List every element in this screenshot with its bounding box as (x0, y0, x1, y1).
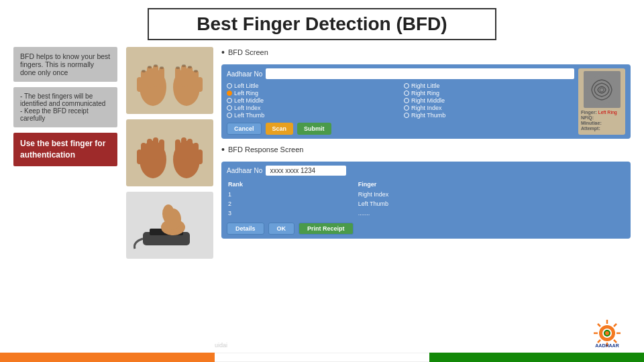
fp-minutiae-row: Minutiae: (581, 121, 623, 125)
radio-left-thumb[interactable]: Left Thumb (227, 112, 397, 119)
svg-rect-23 (153, 137, 158, 160)
svg-rect-4 (159, 67, 164, 87)
radio-right-index[interactable]: Right Index (404, 105, 574, 111)
svg-rect-30 (175, 139, 180, 160)
submit-button[interactable]: Submit (297, 123, 331, 135)
radio-label-left-thumb: Left Thumb (234, 112, 264, 119)
table-row: 3 ....... (228, 209, 624, 217)
svg-line-46 (614, 324, 616, 326)
watermark: uidai (215, 342, 227, 349)
radio-left-index[interactable]: Left Index (227, 105, 397, 111)
fp-attempt-label: Attempt: (581, 126, 600, 131)
info-text-2b: - Keep the BFD receipt carefully (20, 107, 111, 122)
radio-right-middle[interactable]: Right Middle (404, 97, 574, 104)
radio-label-right-ring: Right Ring (411, 90, 439, 97)
radio-label-left-middle: Left Middle (234, 97, 264, 104)
finger-3: ....... (358, 209, 624, 217)
rank-table: Rank Finger 1 Right Index 2 Left Thumb 3 (227, 180, 625, 219)
fp-info-block: Finger: Left Ring NFIQ: Minutiae: At (581, 110, 623, 131)
info-text-1: BFD helps to know your best fingers. Thi… (20, 52, 110, 76)
bfd-action-buttons: Cancel Scan Submit (227, 123, 574, 135)
info-box-2: - The best fingers will be identified an… (13, 87, 117, 127)
radio-label-right-index: Right Index (411, 105, 442, 111)
svg-line-45 (614, 340, 616, 343)
radio-circle-left-thumb (227, 113, 232, 118)
radio-label-right-little: Right Little (411, 82, 440, 89)
radio-left-middle[interactable]: Left Middle (227, 97, 397, 104)
ok-button[interactable]: OK (268, 223, 295, 235)
fp-finger-value: Left Ring (598, 110, 617, 115)
radio-circle-left-middle (227, 98, 232, 103)
hands-back-svg (133, 123, 207, 183)
right-column: BFD Screen Aadhaar No Left Little (221, 47, 631, 342)
finger-1: Right Index (358, 190, 624, 198)
bfd-response-label: BFD Response Screen (221, 144, 631, 155)
svg-rect-3 (153, 65, 158, 87)
scan-button[interactable]: Scan (266, 123, 294, 135)
rank-3: 3 (228, 209, 357, 217)
bfd-response-panel: Aadhaar No xxxx xxxx 1234 Rank Finger 1 … (221, 162, 631, 239)
svg-point-9 (160, 66, 164, 69)
svg-point-36 (162, 204, 174, 223)
bfd-screen-label: BFD Screen (221, 47, 631, 58)
print-receipt-button[interactable]: Print Receipt (299, 223, 354, 235)
svg-rect-25 (137, 149, 142, 164)
svg-rect-12 (187, 66, 193, 88)
details-button[interactable]: Details (227, 223, 264, 235)
hand-image-2 (126, 119, 213, 186)
radio-label-right-middle: Right Middle (411, 97, 445, 104)
rank-1: 1 (228, 190, 357, 198)
response-aadhaar-label: Aadhaar No (227, 167, 262, 174)
info-box-1: BFD helps to know your best fingers. Thi… (13, 47, 117, 82)
fingerprint-svg (585, 73, 619, 107)
svg-rect-15 (197, 77, 203, 92)
radio-left-ring[interactable]: Left Ring (227, 90, 397, 97)
svg-point-8 (154, 64, 158, 67)
info-box-3: Use the best finger for authentication (13, 133, 117, 166)
svg-rect-13 (181, 65, 186, 87)
svg-point-7 (148, 66, 152, 68)
aadhaar-input[interactable] (266, 68, 574, 79)
radio-circle-right-index (404, 105, 409, 111)
fingerprint-image (584, 71, 621, 108)
bar-orange (0, 353, 215, 362)
radio-circle-left-ring (227, 90, 232, 96)
radio-options-grid: Left Little Right Little Left Ring (227, 82, 574, 119)
scanner-svg (129, 195, 210, 255)
radio-right-ring[interactable]: Right Ring (404, 90, 574, 97)
svg-rect-24 (159, 139, 164, 160)
svg-point-6 (142, 70, 146, 72)
rank-2: 2 (228, 200, 357, 208)
response-aadhaar-value: xxxx xxxx 1234 (266, 166, 346, 176)
info-text-3: Use the best finger for authentication (20, 139, 105, 160)
left-column: BFD helps to know your best fingers. Thi… (13, 47, 117, 342)
cancel-button[interactable]: Cancel (227, 123, 262, 135)
info-text-2a: - The best fingers will be identified an… (20, 93, 111, 107)
svg-rect-14 (175, 67, 180, 87)
radio-circle-right-middle (404, 98, 409, 103)
svg-line-44 (598, 324, 600, 326)
svg-rect-5 (137, 77, 142, 92)
title-box: Best Finger Detection (BFD) (148, 8, 496, 40)
radio-right-thumb[interactable]: Right Thumb (404, 112, 574, 119)
bfd-screen-panel: Aadhaar No Left Little Right Little (221, 64, 631, 139)
bottom-decorative-bar (0, 353, 644, 362)
response-aadhaar-row: Aadhaar No xxxx xxxx 1234 (227, 166, 625, 176)
aadhaar-logo: AADHAAR (584, 316, 631, 350)
radio-right-little[interactable]: Right Little (404, 82, 574, 89)
svg-text:AADHAAR: AADHAAR (595, 343, 619, 348)
radio-label-left-index: Left Index (234, 105, 261, 111)
finger-col-header: Finger (358, 181, 624, 189)
svg-line-47 (598, 340, 600, 343)
svg-rect-28 (187, 139, 193, 160)
radio-label-right-thumb: Right Thumb (411, 112, 445, 119)
svg-rect-22 (147, 139, 152, 160)
fp-nfiq-row: NFIQ: (581, 115, 623, 120)
fp-attempt-row: Attempt: (581, 126, 623, 131)
svg-point-16 (194, 70, 198, 72)
rank-col-header: Rank (228, 181, 357, 189)
response-action-buttons: Details OK Print Receipt (227, 223, 625, 235)
svg-rect-31 (197, 149, 203, 164)
main-content: BFD helps to know your best fingers. Thi… (0, 47, 644, 342)
radio-left-little[interactable]: Left Little (227, 82, 397, 89)
